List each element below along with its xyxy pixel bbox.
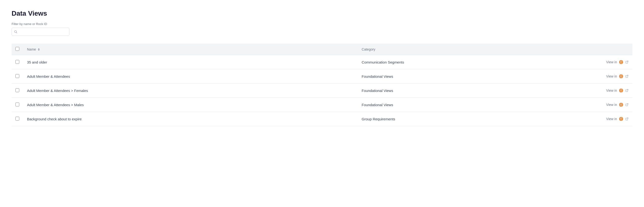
- view-in-label: View in: [606, 89, 617, 92]
- row-actions: View in: [541, 83, 632, 98]
- column-header-category: Category: [358, 43, 541, 55]
- search-icon: [14, 30, 17, 33]
- table-row: Adult Member & AttendeesFoundational Vie…: [12, 69, 632, 83]
- row-name: Adult Member & Attendees > Females: [23, 83, 358, 98]
- rock-icon[interactable]: [618, 59, 624, 65]
- row-actions: View in: [541, 98, 632, 112]
- row-checkbox-cell: [12, 98, 23, 112]
- external-link-icon[interactable]: [625, 89, 628, 92]
- row-checkbox[interactable]: [16, 74, 19, 78]
- rock-icon[interactable]: [618, 116, 624, 122]
- search-wrapper: [12, 28, 70, 36]
- row-category: Group Requirements: [358, 112, 541, 126]
- column-header-actions: [541, 43, 632, 55]
- row-checkbox-cell: [12, 69, 23, 83]
- header-checkbox-cell: [12, 43, 23, 55]
- row-actions: View in: [541, 112, 632, 126]
- column-header-name: Name: [23, 43, 358, 55]
- row-name: Adult Member & Attendees: [23, 69, 358, 83]
- row-actions: View in: [541, 69, 632, 83]
- row-checkbox[interactable]: [16, 88, 19, 92]
- row-category: Foundational Views: [358, 98, 541, 112]
- external-link-icon[interactable]: [625, 117, 628, 121]
- view-in-label: View in: [606, 60, 617, 64]
- page-title: Data Views: [12, 10, 632, 17]
- external-link-icon[interactable]: [625, 103, 628, 106]
- rock-icon[interactable]: [618, 88, 624, 93]
- row-name: Adult Member & Attendees > Males: [23, 98, 358, 112]
- table-row: 35 and olderCommunication SegmentsView i…: [12, 55, 632, 69]
- header-checkbox[interactable]: [16, 47, 19, 51]
- row-name: 35 and older: [23, 55, 358, 69]
- svg-line-1: [16, 32, 17, 33]
- row-name: Background check about to expire: [23, 112, 358, 126]
- view-in-label: View in: [606, 74, 617, 78]
- data-table: Name Category 35 and olderCommunication …: [12, 43, 632, 126]
- rock-icon[interactable]: [618, 74, 624, 79]
- view-in-label: View in: [606, 103, 617, 107]
- row-checkbox-cell: [12, 112, 23, 126]
- table-header-row: Name Category: [12, 43, 632, 55]
- row-checkbox[interactable]: [16, 117, 19, 121]
- row-checkbox[interactable]: [16, 60, 19, 64]
- row-checkbox[interactable]: [16, 103, 19, 106]
- rock-icon[interactable]: [618, 102, 624, 107]
- sort-icon[interactable]: [38, 48, 40, 51]
- table-body: 35 and olderCommunication SegmentsView i…: [12, 55, 632, 126]
- search-input[interactable]: [12, 28, 70, 36]
- row-category: Foundational Views: [358, 83, 541, 98]
- row-category: Communication Segments: [358, 55, 541, 69]
- table-row: Background check about to expireGroup Re…: [12, 112, 632, 126]
- row-checkbox-cell: [12, 55, 23, 69]
- filter-label: Filter by name or Rock ID: [12, 22, 632, 26]
- view-in-label: View in: [606, 117, 617, 121]
- page-container: Data Views Filter by name or Rock ID Nam…: [0, 0, 644, 136]
- table-row: Adult Member & Attendees > FemalesFounda…: [12, 83, 632, 98]
- external-link-icon[interactable]: [625, 60, 628, 64]
- external-link-icon[interactable]: [625, 75, 628, 78]
- row-checkbox-cell: [12, 83, 23, 98]
- table-row: Adult Member & Attendees > MalesFoundati…: [12, 98, 632, 112]
- row-actions: View in: [541, 55, 632, 69]
- row-category: Foundational Views: [358, 69, 541, 83]
